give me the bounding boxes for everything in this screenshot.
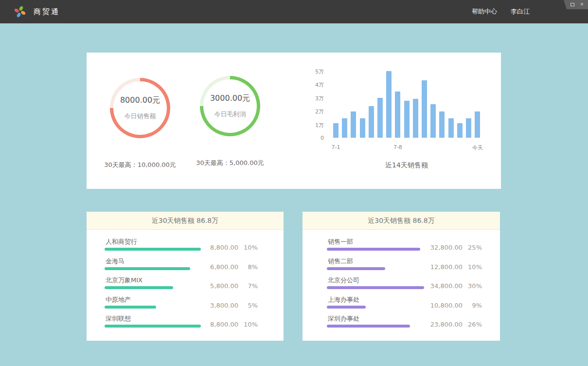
list-item-bar: [327, 306, 366, 309]
list-item-label: 上海办事处: [328, 295, 359, 304]
list-item-percent: 10%: [463, 263, 482, 271]
customer-panel-title: 近30天销售额 86.8万: [87, 212, 284, 230]
app-title: 商贸通: [34, 7, 60, 17]
customer-sales-ranking-panel: 近30天销售额 86.8万 人和商贸行8,800.0010%金海马6,800.0…: [87, 212, 284, 341]
list-item-numbers: 10,800.009%: [425, 302, 482, 309]
list-item-label: 北京万象MIX: [106, 276, 143, 285]
list-item: 销售二部12,800.0010%: [327, 257, 482, 276]
list-item-bar: [105, 248, 201, 251]
today-sales-donut-chart: 8000.00元 今日销售额: [110, 78, 170, 138]
today-profit-donut-chart: 3000.00元 今日毛利润: [200, 76, 260, 136]
list-item: 中原地产3,800.005%: [105, 295, 258, 315]
daily-sales-bar: [439, 111, 445, 138]
daily-sales-bar: [404, 101, 410, 138]
today-profit-30day-max: 30天最高：5,000.00元: [196, 159, 264, 167]
list-item-label: 销售一部: [328, 238, 353, 246]
list-item-value: 34,800.00: [425, 282, 463, 290]
list-item-percent: 9%: [463, 302, 482, 309]
list-item-percent: 30%: [463, 282, 482, 290]
list-item-numbers: 8,800.0010%: [200, 244, 258, 251]
today-profit-label: 今日毛利润: [214, 110, 246, 119]
list-item: 北京万象MIX5,800.007%: [105, 276, 258, 295]
daily-sales-bar: [360, 118, 365, 138]
list-item-value: 12,800.00: [425, 263, 463, 271]
minimize-icon[interactable]: [560, 2, 565, 7]
list-item: 深圳办事处23,800.0026%: [327, 314, 482, 334]
daily-sales-chart-title: 近14天销售额: [334, 161, 480, 170]
pinwheel-logo-icon: [14, 5, 26, 18]
list-item: 上海办事处10,800.009%: [327, 295, 482, 315]
list-item-percent: 10%: [238, 244, 258, 251]
help-center-link[interactable]: 帮助中心: [472, 7, 497, 16]
daily-sales-bar: [430, 104, 436, 138]
list-item-value: 8,800.00: [200, 321, 238, 328]
list-item-value: 3,800.00: [200, 302, 238, 309]
window-controls: ✕: [554, 0, 588, 9]
list-item: 北京分公司34,800.0030%: [327, 276, 482, 295]
list-item-percent: 10%: [238, 321, 258, 328]
titlebar-menu: 帮助中心 李白江: [472, 7, 530, 16]
y-axis-tick-label: 5万: [308, 68, 324, 75]
list-item-percent: 7%: [238, 282, 258, 290]
list-item-bar: [327, 248, 420, 251]
list-item-value: 6,800.00: [200, 263, 238, 271]
daily-sales-bar: [386, 71, 392, 138]
list-item-numbers: 6,800.008%: [200, 263, 258, 271]
daily-sales-bar: [369, 106, 374, 138]
list-item-label: 深圳联想: [106, 314, 131, 323]
customer-ranking-list: 人和商贸行8,800.0010%金海马6,800.008%北京万象MIX5,80…: [87, 230, 284, 341]
list-item-label: 人和商贸行: [106, 238, 137, 246]
department-panel-title: 近30天销售额 86.8万: [303, 212, 500, 230]
y-axis-tick-label: 0: [308, 135, 324, 141]
list-item-label: 深圳办事处: [328, 314, 359, 323]
daily-sales-bar: [422, 80, 427, 138]
list-item-numbers: 8,800.0010%: [200, 321, 258, 328]
list-item-value: 5,800.00: [200, 282, 238, 290]
today-profit-donut-block: 3000.00元 今日毛利润 30天最高：5,000.00元: [185, 76, 275, 167]
daily-sales-bar: [413, 99, 418, 138]
list-item-label: 中原地产: [106, 295, 131, 304]
list-item-numbers: 23,800.0026%: [425, 321, 482, 328]
username-link[interactable]: 李白江: [511, 7, 530, 16]
department-sales-ranking-panel: 近30天销售额 86.8万 销售一部32,800.0025%销售二部12,800…: [303, 212, 500, 341]
daily-sales-bar: [351, 111, 356, 138]
list-item-value: 23,800.00: [425, 321, 463, 328]
today-sales-30day-max: 30天最高：10,000.00元: [104, 161, 176, 169]
list-item-bar: [327, 325, 410, 328]
daily-sales-bar: [457, 123, 463, 138]
department-ranking-list: 销售一部32,800.0025%销售二部12,800.0010%北京分公司34,…: [303, 230, 500, 341]
list-item-label: 金海马: [106, 257, 125, 266]
today-sales-amount: 8000.00元: [120, 95, 160, 106]
list-item-numbers: 12,800.0010%: [425, 263, 482, 271]
x-axis-tick-label: 7-1: [324, 144, 348, 150]
today-profit-amount: 3000.00元: [210, 93, 250, 104]
list-item-percent: 26%: [463, 321, 482, 328]
x-axis-tick-label: 7-8: [386, 144, 410, 150]
daily-sales-bar: [377, 98, 383, 138]
list-item-numbers: 34,800.0030%: [425, 282, 482, 290]
maximize-icon[interactable]: [570, 2, 575, 7]
list-item-value: 10,800.00: [425, 302, 463, 309]
list-item: 人和商贸行8,800.0010%: [105, 238, 258, 257]
list-item: 销售一部32,800.0025%: [327, 238, 482, 257]
list-item-numbers: 3,800.005%: [200, 302, 258, 309]
daily-sales-bar: [342, 118, 347, 138]
today-sales-label: 今日销售额: [125, 112, 156, 121]
y-axis-tick-label: 1万: [308, 122, 324, 129]
y-axis-tick-label: 3万: [308, 95, 324, 102]
close-icon[interactable]: ✕: [579, 2, 585, 7]
daily-sales-bar: [448, 118, 454, 138]
list-item-bar: [327, 267, 385, 270]
today-overview-panel: 8000.00元 今日销售额 30天最高：10,000.00元 3000.00元…: [87, 53, 501, 189]
list-item-bar: [327, 286, 424, 289]
list-item-numbers: 5,800.007%: [200, 282, 258, 290]
daily-sales-bar: [475, 111, 480, 138]
list-item-label: 销售二部: [328, 257, 353, 266]
daily-sales-bar: [395, 92, 400, 138]
x-axis-tick-label: 今天: [465, 144, 490, 151]
list-item-percent: 25%: [463, 244, 482, 251]
y-axis-tick-label: 4万: [308, 81, 324, 89]
list-item-bar: [105, 286, 173, 289]
list-item: 金海马6,800.008%: [105, 257, 258, 276]
titlebar: 商贸通 帮助中心 李白江 ✕: [0, 0, 588, 23]
